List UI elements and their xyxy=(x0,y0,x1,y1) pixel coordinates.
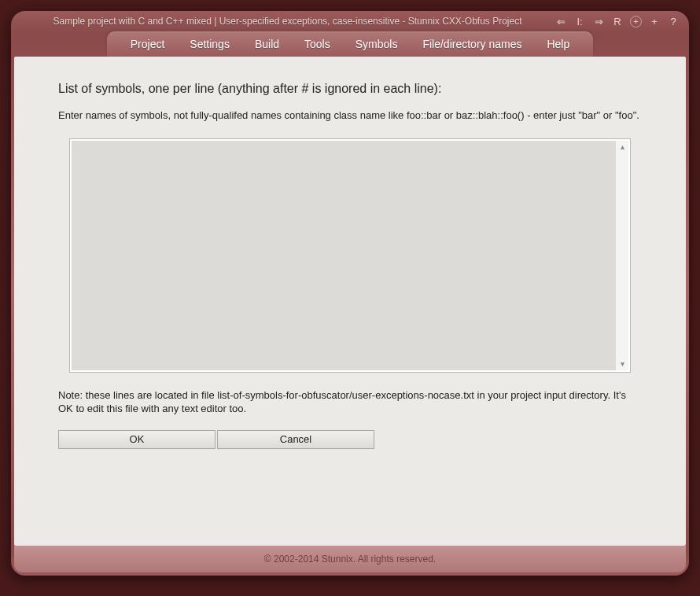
scroll-up-icon[interactable]: ▴ xyxy=(616,141,628,153)
symbols-textarea-wrap: ▴ ▾ xyxy=(69,138,631,373)
menu-build[interactable]: Build xyxy=(253,35,281,53)
zoom-in-icon[interactable]: + xyxy=(630,16,642,28)
forward-icon[interactable]: ⇒ xyxy=(592,15,605,28)
help-icon[interactable]: ? xyxy=(667,15,680,28)
title-bar: Sample project with C and C++ mixed | Us… xyxy=(11,11,689,31)
page-heading: List of symbols, one per line (anything … xyxy=(58,82,642,96)
menu-help[interactable]: Help xyxy=(545,35,571,53)
title-toolbar: ⇐ I: ⇒ R + + ? xyxy=(554,15,680,28)
content-area: List of symbols, one per line (anything … xyxy=(14,57,686,546)
instruction-text: Enter names of symbols, not fully-qualif… xyxy=(58,109,642,123)
textarea-scrollbar[interactable]: ▴ ▾ xyxy=(616,141,628,370)
note-text: Note: these lines are located in file li… xyxy=(58,388,642,416)
back-icon[interactable]: ⇐ xyxy=(554,15,567,28)
stop-icon[interactable]: I: xyxy=(573,15,586,28)
reload-icon[interactable]: R xyxy=(611,15,624,28)
cancel-button[interactable]: Cancel xyxy=(217,430,374,449)
button-row: OK Cancel xyxy=(58,430,642,449)
menu-bar: Project Settings Build Tools Symbols Fil… xyxy=(107,31,594,57)
menu-bar-wrap: Project Settings Build Tools Symbols Fil… xyxy=(11,31,689,57)
footer-text: © 2002-2014 Stunnix. All rights reserved… xyxy=(264,554,436,565)
menu-file-directory-names[interactable]: File/directory names xyxy=(421,35,523,53)
add-icon[interactable]: + xyxy=(648,15,661,28)
menu-project[interactable]: Project xyxy=(129,35,167,53)
window-title: Sample project with C and C++ mixed | Us… xyxy=(20,16,554,27)
ok-button[interactable]: OK xyxy=(58,430,216,449)
footer: © 2002-2014 Stunnix. All rights reserved… xyxy=(14,546,686,572)
menu-tools[interactable]: Tools xyxy=(303,35,332,53)
menu-settings[interactable]: Settings xyxy=(188,35,231,53)
menu-symbols[interactable]: Symbols xyxy=(354,35,400,53)
symbols-textarea[interactable] xyxy=(72,141,616,370)
scroll-down-icon[interactable]: ▾ xyxy=(616,358,628,370)
app-window: Sample project with C and C++ mixed | Us… xyxy=(11,11,689,576)
